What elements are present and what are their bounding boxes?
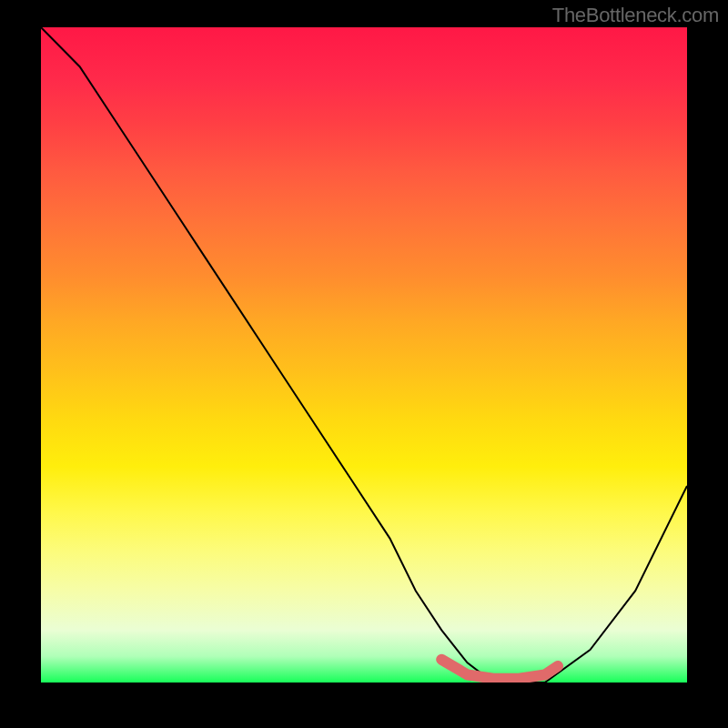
watermark-text: TheBottleneck.com [552,4,719,27]
bottleneck-curve-path [41,27,687,682]
highlight-curve-path [441,660,558,679]
chart-plot-area [41,27,687,682]
chart-svg [41,27,687,682]
